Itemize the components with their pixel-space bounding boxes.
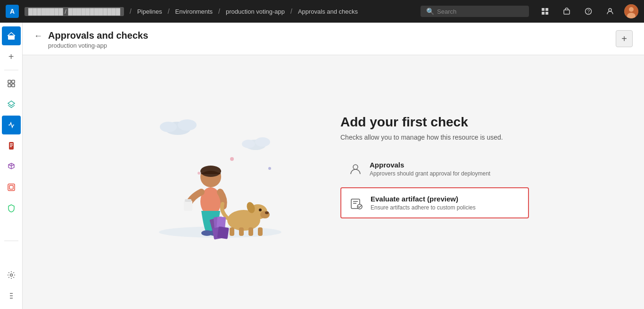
breadcrumb-approvals[interactable]: Approvals and checks xyxy=(298,8,358,15)
back-button[interactable]: ← xyxy=(34,31,42,41)
svg-point-7 xyxy=(609,8,611,11)
app-logo[interactable]: A xyxy=(6,5,19,18)
svg-point-44 xyxy=(265,211,269,214)
user-avatar[interactable] xyxy=(624,4,638,18)
svg-rect-52 xyxy=(216,217,226,228)
approvals-text: Approvals Approvers should grant approva… xyxy=(370,161,490,177)
evaluate-artifact-title: Evaluate artifact (preview) xyxy=(371,195,476,203)
svg-point-22 xyxy=(10,274,12,276)
sidebar-item-security[interactable] xyxy=(2,199,21,217)
content-area: ← Approvals and checks production voting… xyxy=(23,23,644,309)
nav-icon-group: ? xyxy=(537,4,638,19)
evaluate-artifact-icon xyxy=(349,196,364,211)
grid-icon[interactable] xyxy=(537,4,553,19)
sep4: / xyxy=(290,8,292,15)
sidebar-item-repos[interactable] xyxy=(2,95,21,114)
svg-rect-16 xyxy=(9,142,14,150)
svg-point-29 xyxy=(242,140,255,148)
approvals-subtitle: Approvers should grant approval for depl… xyxy=(370,170,490,177)
help-icon[interactable]: ? xyxy=(581,4,596,19)
page-title-group: Approvals and checks production voting-a… xyxy=(48,30,148,49)
svg-rect-37 xyxy=(185,199,191,202)
evaluate-artifact-subtitle: Ensure artifacts adhere to custom polici… xyxy=(371,204,476,211)
shopping-icon[interactable] xyxy=(559,4,574,19)
search-box[interactable]: 🔍 xyxy=(421,6,529,17)
svg-point-45 xyxy=(259,209,262,211)
sidebar-sep1 xyxy=(4,70,18,70)
svg-rect-2 xyxy=(542,12,545,15)
breadcrumb-environments[interactable]: Environments xyxy=(175,8,213,15)
svg-rect-14 xyxy=(8,84,11,87)
breadcrumb-voting-app[interactable]: production voting-app xyxy=(226,8,285,15)
svg-rect-46 xyxy=(230,227,234,236)
approvals-title: Approvals xyxy=(370,161,490,169)
svg-rect-49 xyxy=(258,227,263,236)
checks-description: Checks allow you to manage how this reso… xyxy=(340,134,529,141)
svg-rect-17 xyxy=(10,143,13,144)
sidebar-item-extensions[interactable] xyxy=(2,178,21,197)
search-input[interactable] xyxy=(437,8,523,15)
svg-point-32 xyxy=(268,167,271,170)
svg-rect-3 xyxy=(545,12,548,15)
evaluate-artifact-text: Evaluate artifact (preview) Ensure artif… xyxy=(371,195,476,211)
svg-rect-12 xyxy=(8,80,11,83)
sep2: / xyxy=(168,8,170,15)
page-header: ← Approvals and checks production voting… xyxy=(23,23,644,55)
svg-rect-4 xyxy=(564,10,570,14)
svg-rect-47 xyxy=(239,227,244,236)
sidebar-item-add[interactable]: + xyxy=(2,47,21,66)
svg-rect-0 xyxy=(542,8,545,11)
sidebar-sep2 xyxy=(4,241,18,241)
search-icon: 🔍 xyxy=(426,8,434,15)
svg-point-30 xyxy=(230,157,234,161)
sidebar: + xyxy=(0,23,23,309)
person-icon[interactable] xyxy=(603,4,618,19)
svg-rect-54 xyxy=(217,226,229,239)
top-nav: A ████████ / ████████████ / Pipelines / … xyxy=(0,0,644,23)
checks-content: Add your first check Checks allow you to… xyxy=(23,55,644,282)
svg-point-55 xyxy=(353,165,358,169)
svg-rect-36 xyxy=(184,200,192,211)
sep3: / xyxy=(218,8,220,15)
svg-point-31 xyxy=(198,172,200,175)
checks-panel: Add your first check Checks allow you to… xyxy=(340,115,529,222)
svg-rect-19 xyxy=(10,146,12,147)
svg-point-25 xyxy=(178,119,197,131)
page-header-left: ← Approvals and checks production voting… xyxy=(34,30,148,49)
sidebar-item-artifacts[interactable] xyxy=(2,157,21,176)
svg-rect-13 xyxy=(12,80,15,83)
svg-rect-18 xyxy=(10,145,13,146)
svg-point-28 xyxy=(255,137,270,147)
page-title: Approvals and checks xyxy=(48,30,148,41)
svg-rect-1 xyxy=(545,8,548,11)
svg-rect-15 xyxy=(12,84,15,87)
checks-heading: Add your first check xyxy=(340,115,529,130)
add-check-button[interactable]: + xyxy=(616,30,633,47)
svg-text:?: ? xyxy=(587,9,590,14)
svg-rect-11 xyxy=(8,35,15,40)
sidebar-item-testplans[interactable] xyxy=(2,136,21,155)
breadcrumb-pipelines[interactable]: Pipelines xyxy=(137,8,162,15)
svg-point-26 xyxy=(160,122,177,132)
sidebar-item-boards[interactable] xyxy=(2,74,21,93)
sep1: / xyxy=(130,8,132,15)
sidebar-item-pipelines[interactable] xyxy=(2,116,21,134)
sidebar-item-home[interactable] xyxy=(2,26,21,45)
svg-rect-48 xyxy=(248,227,253,236)
empty-state-illustration xyxy=(138,93,303,244)
svg-rect-21 xyxy=(9,185,13,189)
svg-point-9 xyxy=(629,7,634,12)
svg-rect-20 xyxy=(8,184,15,191)
check-option-evaluate-artifact[interactable]: Evaluate artifact (preview) Ensure artif… xyxy=(340,187,529,218)
page-subtitle: production voting-app xyxy=(48,42,148,49)
org-label: ████████ / ████████████ xyxy=(25,7,124,16)
main-area: + xyxy=(0,23,644,309)
approvals-icon xyxy=(348,162,363,177)
settings-icon[interactable] xyxy=(2,266,21,284)
check-option-approvals[interactable]: Approvals Approvers should grant approva… xyxy=(340,154,529,184)
expand-icon[interactable] xyxy=(2,286,21,305)
